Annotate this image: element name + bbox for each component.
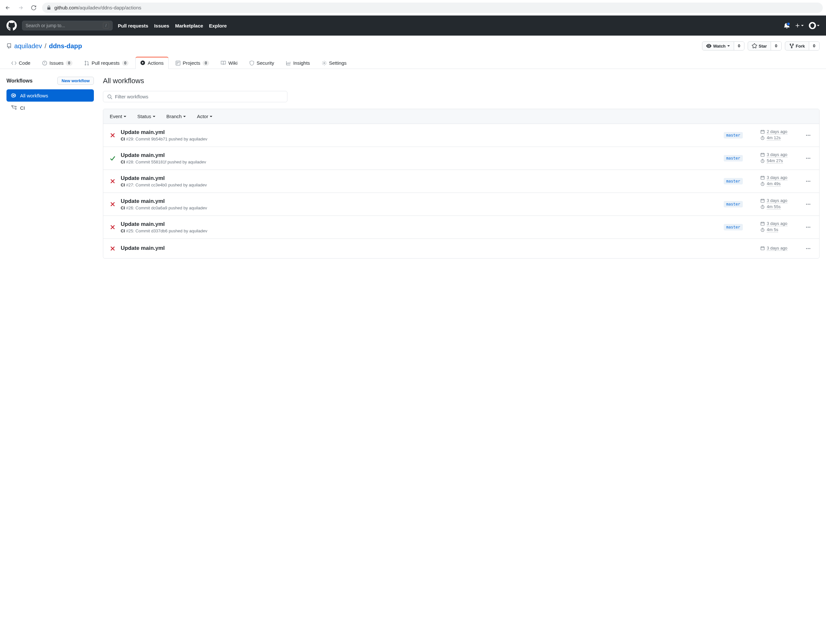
address-bar[interactable]: github.com/aquiladev/ddns-dapp/actions bbox=[42, 3, 823, 13]
tab-issues[interactable]: Issues 0 bbox=[37, 57, 78, 69]
run-row[interactable]: Update main.yml CI #25: Commit d337db6 p… bbox=[103, 216, 819, 239]
filter-status[interactable]: Status bbox=[137, 113, 155, 119]
tab-settings[interactable]: Settings bbox=[317, 57, 351, 69]
notification-dot-icon bbox=[787, 22, 790, 26]
x-icon bbox=[110, 178, 116, 184]
separator: / bbox=[45, 42, 47, 50]
github-logo-icon[interactable] bbox=[6, 20, 17, 31]
run-menu-button[interactable] bbox=[804, 244, 813, 253]
run-menu-button[interactable] bbox=[804, 131, 813, 140]
sidebar-item-ci[interactable]: CI bbox=[6, 102, 94, 114]
run-age: 3 days ago bbox=[767, 246, 787, 251]
watch-count[interactable]: 0 bbox=[734, 42, 744, 50]
x-icon bbox=[110, 132, 116, 138]
svg-point-13 bbox=[15, 109, 16, 109]
branch-badge[interactable]: master bbox=[724, 155, 743, 161]
workflow-icon bbox=[11, 105, 17, 111]
svg-point-14 bbox=[108, 95, 111, 98]
svg-point-12 bbox=[15, 106, 16, 107]
star-count[interactable]: 0 bbox=[771, 42, 781, 50]
nav-issues[interactable]: Issues bbox=[154, 23, 169, 28]
svg-point-23 bbox=[808, 158, 809, 159]
back-button[interactable] bbox=[3, 3, 12, 12]
run-menu-button[interactable] bbox=[804, 223, 813, 232]
filter-actor[interactable]: Actor bbox=[197, 113, 212, 119]
run-title[interactable]: Update main.yml bbox=[121, 175, 706, 182]
run-title[interactable]: Update main.yml bbox=[121, 198, 706, 205]
run-row[interactable]: Update main.yml CI #29: Commit 9b54b71 p… bbox=[103, 124, 819, 147]
owner-link[interactable]: aquiladev bbox=[14, 42, 42, 50]
slash-key-hint: / bbox=[103, 23, 109, 28]
run-title[interactable]: Update main.yml bbox=[121, 129, 706, 136]
run-menu-button[interactable] bbox=[804, 200, 813, 209]
run-menu-button[interactable] bbox=[804, 177, 813, 186]
svg-point-42 bbox=[808, 248, 809, 249]
sidebar-item-all-workflows[interactable]: All workflows bbox=[6, 89, 94, 102]
fork-button[interactable]: Fork 0 bbox=[785, 42, 820, 51]
reload-button[interactable] bbox=[29, 3, 38, 12]
tab-insights[interactable]: Insights bbox=[281, 57, 315, 69]
tab-code[interactable]: Code bbox=[6, 57, 35, 69]
issues-count: 0 bbox=[66, 61, 73, 66]
branch-badge[interactable]: master bbox=[724, 224, 743, 230]
run-meta: CI #25: Commit d337db6 pushed by aquilad… bbox=[121, 228, 706, 233]
run-title[interactable]: Update main.yml bbox=[121, 245, 706, 251]
run-title[interactable]: Update main.yml bbox=[121, 152, 706, 158]
svg-point-19 bbox=[809, 135, 810, 136]
search-input[interactable]: Search or jump to... / bbox=[22, 21, 113, 30]
shield-icon bbox=[249, 61, 255, 66]
new-workflow-button[interactable]: New workflow bbox=[57, 77, 94, 85]
repo-tabs: Code Issues 0 Pull requests 0 Actions Pr… bbox=[0, 56, 826, 69]
repo-header: aquiladev / ddns-dapp Watch 0 Star 0 For… bbox=[0, 36, 826, 51]
create-menu[interactable] bbox=[795, 23, 804, 28]
run-duration: 54m 27s bbox=[767, 158, 783, 163]
svg-point-38 bbox=[808, 227, 809, 228]
nav-marketplace[interactable]: Marketplace bbox=[175, 23, 203, 28]
forward-button[interactable] bbox=[16, 3, 25, 12]
svg-rect-20 bbox=[761, 154, 764, 157]
watch-button[interactable]: Watch 0 bbox=[702, 42, 744, 51]
run-age: 3 days ago bbox=[767, 175, 787, 180]
repo-link[interactable]: ddns-dapp bbox=[49, 42, 82, 50]
tab-security[interactable]: Security bbox=[244, 57, 279, 69]
run-row[interactable]: Update main.yml 3 days ago bbox=[103, 239, 819, 258]
svg-point-43 bbox=[809, 248, 810, 249]
tab-actions[interactable]: Actions bbox=[135, 57, 168, 69]
nav-pull-requests[interactable]: Pull requests bbox=[118, 23, 148, 28]
tab-projects[interactable]: Projects 0 bbox=[171, 57, 214, 69]
tab-pulls[interactable]: Pull requests 0 bbox=[79, 57, 134, 69]
star-button[interactable]: Star 0 bbox=[748, 42, 782, 51]
tab-wiki[interactable]: Wiki bbox=[216, 57, 242, 69]
branch-badge[interactable]: master bbox=[724, 201, 743, 208]
svg-point-9 bbox=[324, 62, 325, 64]
pulls-count: 0 bbox=[122, 61, 129, 66]
run-menu-button[interactable] bbox=[804, 154, 813, 163]
run-title[interactable]: Update main.yml bbox=[121, 221, 706, 228]
branch-badge[interactable]: master bbox=[724, 178, 743, 185]
user-menu[interactable] bbox=[809, 22, 820, 29]
branch-badge[interactable]: master bbox=[724, 132, 743, 138]
svg-point-28 bbox=[808, 181, 809, 182]
svg-point-17 bbox=[806, 135, 807, 136]
notifications-button[interactable] bbox=[784, 23, 790, 28]
eye-icon bbox=[706, 43, 711, 48]
search-icon bbox=[107, 94, 112, 99]
svg-point-24 bbox=[809, 158, 810, 159]
filter-event[interactable]: Event bbox=[110, 113, 126, 119]
projects-count: 0 bbox=[203, 61, 210, 66]
nav-explore[interactable]: Explore bbox=[209, 23, 227, 28]
x-icon bbox=[110, 224, 116, 230]
workflows-sidebar: Workflows New workflow All workflows CI bbox=[6, 77, 94, 259]
filter-branch[interactable]: Branch bbox=[166, 113, 186, 119]
run-row[interactable]: Update main.yml CI #28: Commit 558181f p… bbox=[103, 147, 819, 170]
run-row[interactable]: Update main.yml CI #26: Commit dc0a6a9 p… bbox=[103, 193, 819, 216]
runs-filter-bar: Event Status Branch Actor bbox=[103, 109, 819, 124]
svg-point-5 bbox=[85, 64, 86, 65]
svg-point-22 bbox=[806, 158, 807, 159]
run-row[interactable]: Update main.yml CI #27: Commit cc3e4b0 p… bbox=[103, 170, 819, 193]
svg-point-27 bbox=[806, 181, 807, 182]
url-text: github.com/aquiladev/ddns-dapp/actions bbox=[54, 5, 141, 10]
svg-point-4 bbox=[85, 61, 86, 62]
filter-workflows-input[interactable]: Filter workflows bbox=[103, 91, 287, 102]
fork-count[interactable]: 0 bbox=[809, 42, 819, 50]
